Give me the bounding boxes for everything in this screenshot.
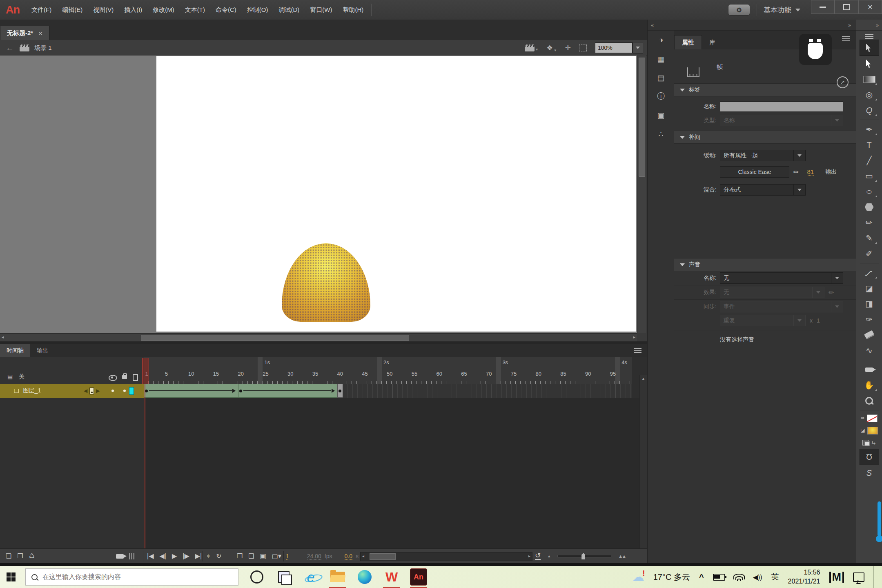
layer-lock-dot[interactable] [123,390,126,392]
section-sound-header[interactable]: 声音 [674,258,856,271]
empty-frames-grid[interactable] [343,384,632,398]
keyframe-navigation[interactable]: ◀ ▶ [84,388,100,394]
step-back-button[interactable]: ◀| [159,553,166,559]
modify-markers-button[interactable]: ▢▾ [272,553,281,559]
add-camera-button[interactable] [116,554,124,559]
start-button[interactable] [0,566,22,588]
current-frame-value[interactable]: 1 [286,553,289,560]
layer-visibility-dot[interactable] [111,390,114,392]
next-keyframe-icon[interactable]: ▶ [96,388,100,394]
weather-text[interactable]: 17°C 多云 [653,572,690,583]
paint-brush-tool[interactable]: ✐ [860,246,879,261]
classic-brush-tool[interactable]: ✎ [860,230,879,246]
fill-color-swatch[interactable] [867,427,878,434]
scrollbar-thumb[interactable] [639,58,645,177]
onion-skin-outlines-button[interactable]: ❑ [248,553,254,559]
minimize-button[interactable] [811,0,835,14]
scroll-left-icon[interactable]: ◂ [362,554,364,558]
weather-icon[interactable]: ☁! [632,571,644,583]
tab-output[interactable]: 输出 [30,344,55,357]
keyframe-dot[interactable] [239,390,242,392]
tween-span-2[interactable] [238,384,338,398]
timeline-horizontal-scrollbar[interactable]: ◂ ▸ [360,552,532,561]
bone-tool[interactable]: ʃ [860,265,879,281]
edit-scene-icon[interactable]: ▼ [525,45,539,51]
tools-panel-menu-icon[interactable] [865,34,873,39]
snap-to-objects-toggle[interactable]: Ω [860,449,879,465]
layer-frames-row[interactable] [144,384,632,398]
zoom-tool[interactable] [860,393,879,408]
color-options-control[interactable]: ⇆ [860,437,879,449]
workspace-label[interactable]: 基本功能 [764,5,791,15]
reset-timeline-zoom-icon[interactable]: ↺ [535,552,541,559]
new-layer-button[interactable]: ❏ [6,553,11,559]
go-to-first-frame-button[interactable]: |◀ [147,553,154,559]
scroll-right-icon[interactable]: ▸ [528,554,530,558]
zoom-in-frames-icon[interactable]: ▲▲ [618,553,625,559]
playhead-marker[interactable] [142,358,149,384]
ease-amount-value[interactable]: 81 [807,168,814,176]
menu-item[interactable]: 插入(I) [119,6,147,14]
slider-knob[interactable] [581,553,585,559]
stroke-color-swatch[interactable] [867,414,878,422]
subselection-tool[interactable] [860,56,879,71]
expand-panels-icon[interactable]: « [651,22,654,28]
blend-dropdown[interactable]: 分布式 [720,184,806,196]
menu-item[interactable]: 命令(C) [210,6,242,14]
tab-properties[interactable]: 属性 [674,35,702,49]
info-panel-icon[interactable]: ⓘ [648,87,674,106]
taskbar-search[interactable] [25,568,238,586]
rectangle-tool[interactable]: ▭ [860,168,879,184]
edit-multiple-frames-button[interactable]: ▣ [260,553,266,559]
pencil-tool[interactable]: ✏ [860,215,879,230]
ink-bottle-tool[interactable]: ◨ [860,296,879,312]
dome-shape[interactable] [282,243,370,322]
eraser-tool[interactable] [860,327,879,343]
onion-skin-button[interactable]: ❐ [237,553,243,559]
menu-item[interactable]: 文件(F) [26,6,57,14]
collapse-panel-icon[interactable]: » [848,22,851,28]
clip-content-icon[interactable] [579,45,587,51]
collapse-tools-icon[interactable]: » [876,22,879,28]
timeline-vertical-scrollbar[interactable]: ▲ [639,375,648,549]
smooth-option[interactable]: S [860,465,879,481]
stage-canvas[interactable] [156,56,636,332]
rotation-3d-tool[interactable]: ◎ [860,87,879,102]
selection-tool[interactable] [860,40,879,56]
frame-ruler[interactable]: 1s2s3s4s15101520253035404550556065707580… [144,357,632,384]
help-icon[interactable]: ↗ [837,76,849,88]
timeline-panel-menu-icon[interactable] [634,348,641,353]
center-frame-button[interactable]: ⌖ [207,553,210,559]
prev-keyframe-icon[interactable]: ◀ [84,388,87,394]
delete-layer-button[interactable]: ♺ [29,553,35,559]
color-panel-icon[interactable]: ◑ [648,31,674,49]
pasteboard[interactable] [0,56,637,333]
tween-span-1[interactable] [144,384,239,398]
wifi-icon[interactable] [734,574,744,581]
lock-all-layers-icon[interactable] [122,375,127,379]
ease-preset-button[interactable]: Classic Ease [720,166,789,178]
eyedropper-tool[interactable]: ✑ [860,312,879,327]
frame-rate-value[interactable]: 24.00 [307,553,321,560]
back-arrow-icon[interactable]: ← [6,43,14,53]
default-colors-icon[interactable] [862,440,869,445]
menu-item[interactable]: 编辑(E) [57,6,88,14]
go-to-last-frame-button[interactable]: ▶| [195,553,202,559]
stage-vertical-scrollbar[interactable] [637,56,646,333]
stage-zoom-dropdown[interactable] [633,42,643,53]
wps-icon[interactable]: W [378,566,405,588]
scroll-left-icon[interactable]: ◂ [2,334,4,340]
label-name-input[interactable] [720,101,843,112]
stage-horizontal-scrollbar[interactable]: ◂ ▸ [0,333,637,342]
task-view-icon[interactable] [270,566,297,588]
stroke-color-control[interactable]: ✏ [860,412,879,424]
menu-item[interactable]: 帮助(H) [337,6,369,14]
lasso-tool[interactable]: Q [860,102,879,118]
scrollbar-thumb[interactable] [141,335,409,341]
ie-icon[interactable]: e [297,566,324,588]
width-tool[interactable]: ∿ [860,343,879,358]
workspace-switcher-icon[interactable]: ⚙ [728,4,750,16]
close-button[interactable]: ✕ [858,0,882,14]
play-button[interactable]: ▶ [172,553,177,559]
stage-zoom-input[interactable] [595,42,633,53]
